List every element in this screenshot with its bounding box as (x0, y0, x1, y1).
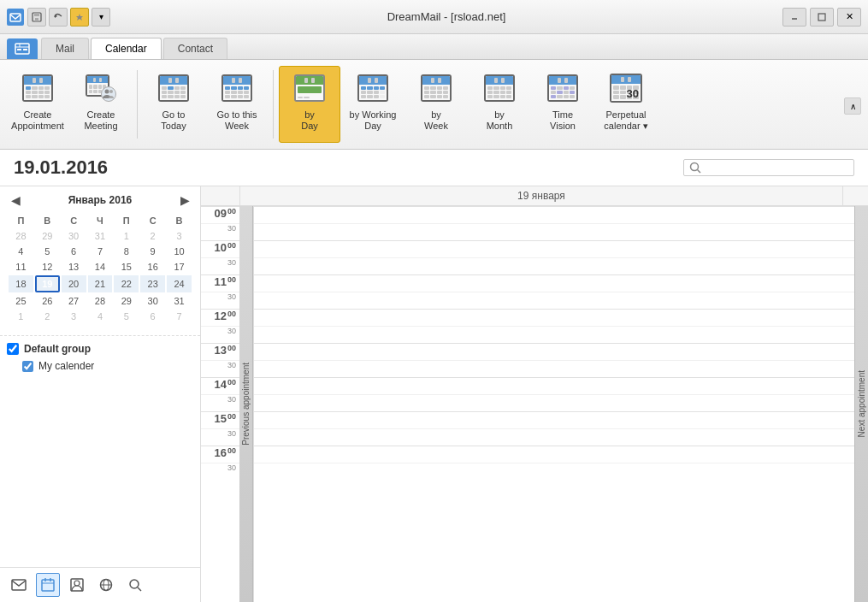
close-btn[interactable]: ✕ (837, 8, 861, 27)
grid-10-00[interactable] (254, 240, 854, 257)
cal-day-2-5[interactable]: 16 (140, 260, 165, 274)
tab-calendar[interactable]: Calendar (91, 38, 162, 59)
cal-day-4-4[interactable]: 29 (114, 294, 139, 308)
cal-day-1-1[interactable]: 5 (35, 245, 60, 258)
cal-day-3-5[interactable]: 23 (140, 275, 165, 292)
cal-day-2-6[interactable]: 17 (167, 260, 192, 274)
cal-day-2-4[interactable]: 15 (114, 260, 139, 274)
grid-11-00[interactable] (254, 274, 854, 292)
cal-day-2-1[interactable]: 12 (35, 260, 60, 274)
cal-day-5-0[interactable]: 1 (9, 310, 33, 323)
qa-save-btn[interactable] (27, 8, 46, 27)
restore-btn[interactable] (810, 8, 834, 27)
nav-calendar-btn[interactable] (36, 573, 60, 597)
cal-day-5-5[interactable]: 6 (140, 310, 165, 323)
grid-09-30[interactable] (254, 223, 854, 240)
cal-day-5-4[interactable]: 5 (114, 310, 139, 323)
cal-day-1-5[interactable]: 9 (140, 245, 165, 258)
qa-dropdown-btn[interactable]: ▾ (92, 8, 110, 27)
cal-day-3-6[interactable]: 24 (167, 275, 192, 292)
tab-mail[interactable]: Mail (41, 38, 89, 59)
by-month-button[interactable]: byMonth (469, 66, 530, 143)
grid-12-30[interactable] (254, 326, 854, 343)
cal-grid-col[interactable] (253, 206, 854, 602)
time-10-30: 30 (201, 257, 239, 274)
cal-day-4-3[interactable]: 28 (88, 294, 113, 308)
cal-day-1-3[interactable]: 7 (88, 245, 113, 258)
nav-mail-btn[interactable] (7, 573, 31, 597)
my-calendar-checkbox[interactable] (22, 361, 33, 372)
cal-day-0-6[interactable]: 3 (167, 229, 192, 243)
grid-16-00[interactable] (254, 446, 854, 463)
grid-15-00[interactable] (254, 411, 854, 428)
cal-day-1-2[interactable]: 6 (62, 245, 86, 258)
create-appointment-icon (20, 70, 56, 106)
svg-rect-3 (35, 18, 38, 21)
cal-day-1-6[interactable]: 10 (167, 245, 192, 258)
cal-day-4-2[interactable]: 27 (62, 294, 86, 308)
perpetual-calendar-button[interactable]: 30 Perpetualcalendar ▾ (595, 66, 657, 143)
default-group-checkbox[interactable] (7, 343, 19, 355)
mini-cal-prev-btn[interactable]: ◀ (7, 193, 24, 207)
cal-day-3-4[interactable]: 22 (114, 275, 139, 292)
grid-11-30[interactable] (254, 292, 854, 309)
mini-cal-next-btn[interactable]: ▶ (176, 193, 193, 207)
cal-day-1-4[interactable]: 8 (114, 245, 139, 258)
cal-day-0-2[interactable]: 30 (62, 229, 86, 243)
by-week-button[interactable]: byWeek (405, 66, 467, 143)
cal-day-2-0[interactable]: 11 (9, 260, 33, 274)
cal-day-0-5[interactable]: 2 (140, 229, 165, 243)
cal-day-3-2[interactable]: 20 (62, 275, 86, 292)
cal-day-0-0[interactable]: 28 (9, 229, 33, 243)
nav-globe-btn[interactable] (94, 573, 118, 597)
by-day-button[interactable]: byDay (279, 66, 340, 143)
ribbon-collapse-btn[interactable]: ∧ (844, 97, 861, 115)
cal-day-5-6[interactable]: 7 (167, 310, 192, 323)
time-vision-button[interactable]: TimeVision (532, 66, 593, 143)
go-today-button[interactable]: Go toToday (143, 66, 204, 143)
time-16-00: 1600 (201, 446, 239, 463)
by-working-day-icon (355, 70, 391, 106)
cal-day-5-3[interactable]: 4 (88, 310, 113, 323)
next-appointment-panel[interactable]: Next appointment (854, 206, 868, 602)
grid-10-30[interactable] (254, 257, 854, 274)
qa-custom-btn[interactable] (70, 8, 89, 27)
nav-contacts-btn[interactable] (65, 573, 89, 597)
grid-12-00[interactable] (254, 309, 854, 326)
grid-14-30[interactable] (254, 394, 854, 411)
minimize-btn[interactable] (782, 8, 806, 27)
qa-undo-btn[interactable] (49, 8, 68, 27)
grid-14-00[interactable] (254, 377, 854, 394)
grid-09-00[interactable] (254, 206, 854, 223)
cal-day-5-1[interactable]: 2 (35, 310, 60, 323)
tab-icon-btn[interactable] (7, 38, 38, 59)
cal-day-0-4[interactable]: 1 (114, 229, 139, 243)
cal-day-1-0[interactable]: 4 (9, 245, 33, 258)
cal-day-3-1[interactable]: 19 (35, 275, 60, 292)
grid-15-30[interactable] (254, 428, 854, 446)
cal-day-2-2[interactable]: 13 (62, 260, 86, 274)
grid-13-30[interactable] (254, 360, 854, 377)
cal-day-5-2[interactable]: 3 (62, 310, 86, 323)
cal-day-4-6[interactable]: 31 (167, 294, 192, 308)
search-input[interactable] (701, 162, 848, 174)
grid-16-30[interactable] (254, 463, 854, 480)
create-appointment-label: CreateAppointment (11, 109, 64, 132)
go-week-button[interactable]: Go to thisWeek (206, 66, 268, 143)
create-appointment-button[interactable]: CreateAppointment (7, 66, 68, 143)
by-working-day-button[interactable]: by WorkingDay (342, 66, 404, 143)
cal-day-4-5[interactable]: 30 (140, 294, 165, 308)
cal-day-4-0[interactable]: 25 (9, 294, 33, 308)
cal-day-3-0[interactable]: 18 (9, 275, 33, 292)
cal-day-0-1[interactable]: 29 (35, 229, 60, 243)
prev-appointment-panel[interactable]: Previous appointment (239, 206, 253, 602)
cal-day-3-3[interactable]: 21 (88, 275, 113, 292)
nav-search-btn[interactable] (123, 573, 147, 597)
cal-day-2-3[interactable]: 14 (88, 260, 113, 274)
tab-contact[interactable]: Contact (163, 38, 227, 59)
cal-day-0-3[interactable]: 31 (88, 229, 113, 243)
grid-13-00[interactable] (254, 343, 854, 360)
create-meeting-button[interactable]: CreateMeeting (70, 66, 132, 143)
cal-day-4-1[interactable]: 26 (35, 294, 60, 308)
my-calendar-item: My calender (22, 360, 193, 372)
